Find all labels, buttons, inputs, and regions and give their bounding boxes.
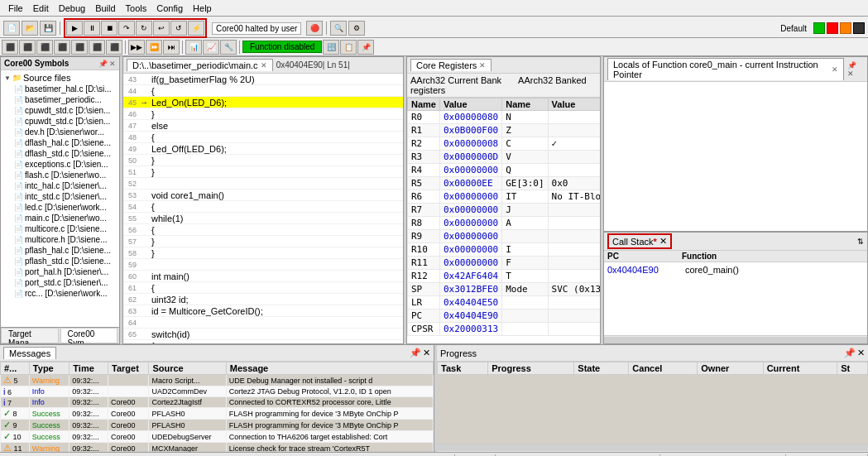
run-btn[interactable]: ▶ <box>66 21 83 36</box>
msg-pin-icon[interactable]: 📌 <box>410 348 421 358</box>
reg-value2[interactable] <box>548 111 600 124</box>
menu-tools[interactable]: Tools <box>121 2 152 14</box>
tb2-btn13[interactable]: 🔧 <box>220 40 237 55</box>
reg-value2[interactable] <box>548 323 600 336</box>
reg-value[interactable]: 0x00000080 <box>439 111 501 124</box>
code-tab-close[interactable]: ✕ <box>261 61 267 70</box>
reg-value[interactable]: 0x40404E90 <box>439 310 501 323</box>
stepout-btn[interactable]: ↩ <box>153 21 170 36</box>
reg-value[interactable]: 0x00000000 <box>439 204 501 217</box>
reg-value2[interactable] <box>548 217 600 230</box>
tree-root[interactable]: ▼ 📁 Source files <box>1 72 119 84</box>
message-row[interactable]: i 7 Info 09:32:... Core00 Cortez2JtagIst… <box>1 397 434 408</box>
reg-value[interactable]: 0x00000000 <box>439 257 501 270</box>
callstack-tab-label[interactable]: Call Stack* <box>612 237 657 247</box>
messages-tab[interactable]: Messages <box>3 347 56 359</box>
tb2-btn4[interactable]: ⬛ <box>54 40 70 55</box>
reg-value[interactable]: 0x0000000D <box>439 151 501 164</box>
reg-value[interactable]: 0x00000000 <box>439 164 501 177</box>
tb2-btn2[interactable]: ⬛ <box>19 40 36 55</box>
core00-sym-tab[interactable]: Core00 Sym... <box>60 328 118 343</box>
tree-item[interactable]: 📄multicore.c [D:\siene... <box>1 223 119 234</box>
breakpoints-btn[interactable]: 🔴 <box>306 21 323 36</box>
tb2-btn1[interactable]: ⬛ <box>2 40 18 55</box>
tb2-btnA[interactable]: 🔣 <box>323 40 339 55</box>
msg-close-icon[interactable]: ✕ <box>423 348 430 358</box>
tree-item[interactable]: 📄basetimer_hal.c [D:\si... <box>1 84 119 94</box>
settings-btn[interactable]: ⚙ <box>348 21 365 36</box>
reg-value2[interactable]: 0x0 <box>548 177 600 190</box>
reg-value[interactable]: 0x42AF6404 <box>439 270 501 283</box>
tb2-btn12[interactable]: 📈 <box>203 40 219 55</box>
reg-tab-close[interactable]: ✕ <box>479 61 486 70</box>
tree-item[interactable]: 📄cpuwdt_std.c [D:\sien... <box>1 105 119 116</box>
locals-tab-close[interactable]: ✕ <box>832 65 838 74</box>
reg-value[interactable]: 0x40404E50 <box>439 296 501 310</box>
tree-item[interactable]: 📄dev.h [D:\siener\wor... <box>1 127 119 137</box>
tb2-btn8[interactable]: ▶▶ <box>128 40 145 55</box>
stop-btn[interactable]: ⏹ <box>101 21 117 36</box>
reg-value2[interactable] <box>548 124 600 137</box>
tb2-btn11[interactable]: 📊 <box>185 40 202 55</box>
locals-pin[interactable]: 📌 ✕ <box>847 61 864 78</box>
tree-item[interactable]: 📄dflash_std.c [D:\siene... <box>1 148 119 159</box>
tree-item[interactable]: 📄port_std.c [D:\siener\... <box>1 277 119 288</box>
reg-value2[interactable] <box>548 204 600 217</box>
callstack-row-0[interactable]: 0x40404E90 core0_main() <box>606 264 866 276</box>
tree-item[interactable]: 📄main.c [D:\siener\wo... <box>1 213 119 223</box>
reg-value[interactable]: 0x00000008 <box>439 137 501 151</box>
menu-build[interactable]: Build <box>90 2 120 14</box>
reset-btn[interactable]: ↺ <box>170 21 187 36</box>
new-file-btn[interactable]: 📄 <box>3 21 20 36</box>
reg-value[interactable]: 0x20000313 <box>439 323 501 336</box>
tb2-btn5[interactable]: ⬛ <box>71 40 88 55</box>
reg-tab[interactable]: Core Registers ✕ <box>410 59 492 71</box>
code-tab[interactable]: D:\..\basetimer_periodic\main.c ✕ <box>127 59 273 71</box>
tree-item[interactable]: 📄cpuwdt_std.c [D:\sien... <box>1 116 119 127</box>
menu-edit[interactable]: Edit <box>28 2 54 14</box>
tree-item[interactable]: 📄pflash_std.c [D:\siene... <box>1 256 119 266</box>
reg-value2[interactable] <box>548 296 600 310</box>
symbols-x[interactable]: ✕ <box>109 60 116 68</box>
reg-value[interactable]: 0x00000EE <box>439 177 501 190</box>
pause-btn[interactable]: ⏸ <box>84 21 100 36</box>
save-btn[interactable]: 💾 <box>40 21 56 36</box>
message-row[interactable]: ⚠ 5 Warning 09:32:... Macro Script... UD… <box>1 375 434 386</box>
menu-help[interactable]: Help <box>188 2 217 14</box>
reg-value[interactable]: 0x3012BFE0 <box>439 283 501 296</box>
tree-item[interactable]: 📄flash.c [D:\siener\wo... <box>1 170 119 180</box>
tree-item[interactable]: 📄intc_hal.c [D:\siener\... <box>1 180 119 191</box>
tb2-btn10[interactable]: ⏭ <box>163 40 180 55</box>
callstack-close[interactable]: ✕ <box>659 236 667 247</box>
reg-value2[interactable] <box>548 257 600 270</box>
message-row[interactable]: ✓ 8 Success 09:32:... Core00 PFLASH0 FLA… <box>1 408 434 420</box>
reg-content[interactable]: Name Value Name Value R0 0x00000080 N R1… <box>407 98 600 343</box>
zoom-btn[interactable]: 🔍 <box>330 21 347 36</box>
tree-item[interactable]: 📄rcc... [D:\siener\work... <box>1 288 119 299</box>
reg-value2[interactable] <box>548 230 600 243</box>
step-btn[interactable]: ↷ <box>118 21 135 36</box>
reg-value2[interactable] <box>548 151 600 164</box>
tb2-btn3[interactable]: ⬛ <box>36 40 53 55</box>
tree-item[interactable]: 📄exceptions.c [D:\sien... <box>1 159 119 170</box>
tree-item[interactable]: 📄dflash_hal.c [D:\siene... <box>1 137 119 148</box>
reg-value[interactable]: 0x0B000F00 <box>439 124 501 137</box>
open-btn[interactable]: 📂 <box>22 21 38 36</box>
menu-config[interactable]: Config <box>151 2 188 14</box>
reg-value2[interactable] <box>548 164 600 177</box>
prog-hscroll[interactable] <box>437 444 868 451</box>
tb2-btnC[interactable]: 📌 <box>357 40 374 55</box>
code-area[interactable]: 43 if(g_basetimerFlag % 2U) 44 { 45 → Le… <box>123 74 403 343</box>
reg-value[interactable]: 0x00000000 <box>439 190 501 204</box>
symbols-pin[interactable]: 📌 <box>98 60 108 68</box>
tree-item[interactable]: 📄intc_std.c [D:\siener\... <box>1 191 119 202</box>
menu-debug[interactable]: Debug <box>54 2 90 14</box>
prog-pin-icon[interactable]: 📌 <box>844 348 856 358</box>
tree-item[interactable]: 📄led.c [D:\siener\work... <box>1 202 119 213</box>
tree-item[interactable]: 📄basetimer_periodic... <box>1 94 119 105</box>
tree-item[interactable]: 📄pflash_hal.c [D:\siene... <box>1 245 119 256</box>
reg-value2[interactable]: SVC (0x13) ▼ <box>548 283 600 296</box>
reg-value2[interactable] <box>548 270 600 283</box>
prog-close-icon[interactable]: ✕ <box>857 348 865 358</box>
stepover-btn[interactable]: ↻ <box>136 21 152 36</box>
